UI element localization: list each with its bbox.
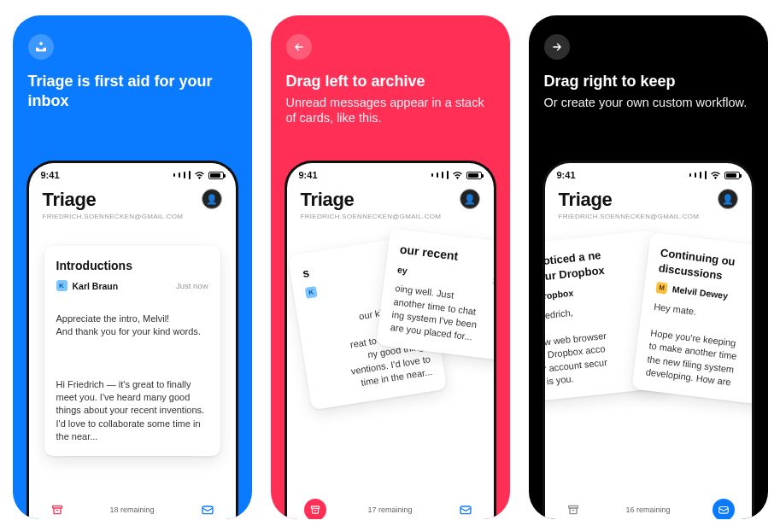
subhead: Unread messages appear in a stack of car… [286, 95, 495, 127]
mail-sender: K Karl Braun [56, 280, 119, 293]
card-stack[interactable]: Introductions K Karl Braun Just now Appr… [29, 237, 236, 451]
promo-panel-3: Drag right to keep Or create your own cu… [529, 15, 768, 519]
archive-button[interactable] [304, 499, 326, 519]
status-indicators [431, 171, 482, 179]
account-email: FRIEDRICH.SOENNECKEN@GMAIL.COM [559, 213, 700, 220]
sender-badge-icon: K [304, 286, 317, 299]
arrow-left-icon [286, 34, 312, 60]
status-time: 9:41 [299, 170, 318, 180]
wifi-icon [194, 171, 205, 179]
svg-rect-5 [718, 507, 728, 514]
status-bar: 9:41 [287, 163, 494, 182]
promo-panel-1: Triage is first aid for your inbox 9:41 … [13, 15, 252, 519]
app-header: Triage FRIEDRICH.SOENNECKEN@GMAIL.COM 👤 [287, 182, 494, 222]
app-header: Triage FRIEDRICH.SOENNECKEN@GMAIL.COM 👤 [545, 182, 752, 222]
battery-icon [466, 172, 482, 179]
status-indicators [689, 171, 740, 179]
headline: Triage is first aid for your inbox [28, 72, 237, 110]
status-bar: 9:41 [545, 163, 752, 182]
svg-rect-1 [202, 506, 213, 514]
mail-body-frag: oing well. Just another time to chat ing… [389, 282, 496, 351]
account-email: FRIEDRICH.SOENNECKEN@GMAIL.COM [43, 213, 184, 220]
headline: Drag left to archive [286, 72, 495, 91]
inbox-plus-icon [28, 34, 54, 60]
status-indicators [173, 171, 224, 179]
mail-card-front[interactable]: our recent ey 3 hours ago oing well. Jus… [376, 228, 496, 365]
status-bar: 9:41 [29, 163, 236, 182]
mail-sender: M Melvil Dewey [655, 281, 729, 302]
svg-rect-0 [52, 506, 62, 508]
avatar[interactable]: 👤 [202, 189, 222, 209]
subhead: Or create your own custom workflow. [544, 95, 753, 111]
status-time: 9:41 [41, 170, 60, 180]
phone-mock: 9:41 Triage FRIEDRICH.SOENNECKEN@GMAIL.C… [284, 161, 496, 519]
card-stack[interactable]: s K Just now , Melvil! our kind words. r… [287, 237, 494, 451]
mail-subject: Introductions [56, 258, 208, 275]
mail-timestamp: Just now [176, 280, 208, 291]
bottom-bar: 17 remaining [287, 499, 494, 519]
mail-body: Appreciate the intro, Melvil! And thank … [56, 299, 208, 443]
app-title: Triage [43, 189, 184, 211]
mail-timestamp: 3 hours ago [491, 275, 496, 291]
archive-icon[interactable] [562, 499, 584, 519]
mail-sender: ◆ Dropbox [542, 287, 574, 305]
sender-badge-icon: M [655, 282, 667, 294]
keep-button[interactable] [713, 499, 735, 519]
remaining-count: 16 remaining [625, 506, 670, 514]
bottom-bar: 16 remaining [545, 499, 752, 519]
account-email: FRIEDRICH.SOENNECKEN@GMAIL.COM [301, 213, 442, 220]
battery-icon [208, 172, 224, 179]
mail-card[interactable]: Introductions K Karl Braun Just now Appr… [44, 246, 220, 456]
svg-rect-3 [460, 506, 471, 514]
remaining-count: 18 remaining [109, 506, 154, 514]
app-title: Triage [301, 189, 442, 211]
archive-icon[interactable] [46, 499, 68, 519]
app-header: Triage FRIEDRICH.SOENNECKEN@GMAIL.COM 👤 [29, 182, 236, 222]
battery-icon [724, 172, 740, 179]
wifi-icon [452, 171, 463, 179]
keep-icon[interactable] [196, 499, 219, 519]
keep-icon[interactable] [455, 499, 477, 519]
phone-mock: 9:41 Triage FRIEDRICH.SOENNECKEN@GMAIL.C… [542, 161, 754, 519]
avatar[interactable]: 👤 [460, 189, 480, 209]
card-stack[interactable]: We noticed a ne to your Dropbox ◆ Dropbo… [545, 237, 752, 451]
sender-badge-icon: K [56, 280, 67, 291]
arrow-right-icon [544, 34, 570, 60]
headline: Drag right to keep [544, 72, 753, 91]
mail-card-right[interactable]: Continuing ou discussions M Melvil Dewey… [631, 232, 754, 408]
phone-mock: 9:41 Triage FRIEDRICH.SOENNECKEN@GMAIL.C… [26, 161, 238, 519]
bottom-bar: 18 remaining [29, 499, 236, 519]
avatar[interactable]: 👤 [718, 189, 738, 209]
remaining-count: 17 remaining [367, 506, 412, 514]
svg-rect-4 [568, 506, 578, 508]
status-time: 9:41 [557, 170, 576, 180]
mail-body: Hey mate. Hope you're keeping to make an… [644, 301, 754, 395]
promo-panel-2: Drag left to archive Unread messages app… [271, 15, 510, 519]
wifi-icon [710, 171, 721, 179]
app-title: Triage [559, 189, 700, 211]
svg-rect-2 [311, 506, 319, 508]
